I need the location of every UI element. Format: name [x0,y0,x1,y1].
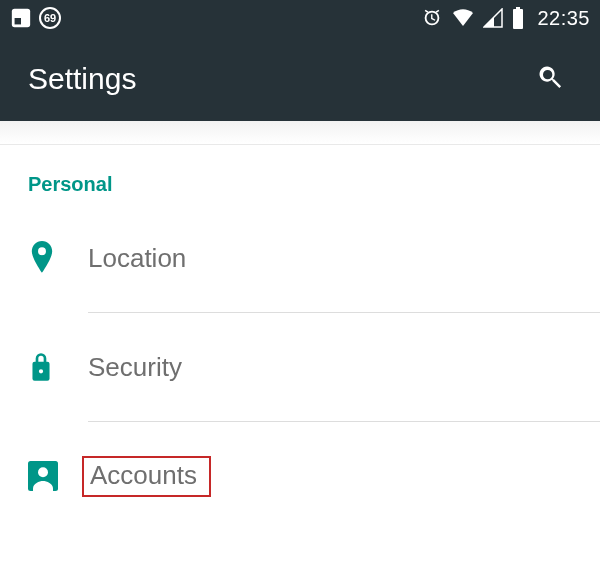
alarm-icon [421,7,443,29]
cellular-signal-icon [483,8,503,28]
search-button[interactable] [528,55,572,102]
settings-item-location[interactable]: Location [0,204,600,312]
person-box-icon [28,461,88,491]
badge-value: 69 [44,12,56,24]
location-pin-icon [28,241,88,275]
settings-item-security[interactable]: Security [0,313,600,421]
settings-item-accounts[interactable]: Accounts [0,422,600,530]
battery-icon [511,7,525,29]
svg-rect-4 [516,7,520,9]
page-title: Settings [28,62,136,96]
svg-point-7 [38,467,48,477]
search-icon [536,63,564,94]
status-bar: 69 22:35 [0,0,600,36]
wifi-icon [451,7,475,29]
badge-notification-icon: 69 [38,6,62,30]
svg-rect-2 [14,11,29,15]
section-header-personal: Personal [0,145,600,204]
status-clock: 22:35 [537,7,590,30]
settings-item-label: Security [88,352,182,383]
app-bar: Settings [0,36,600,121]
svg-rect-5 [513,9,523,29]
calendar-notification-icon [10,7,32,29]
status-bar-left: 69 [10,6,62,30]
settings-item-label: Accounts [90,460,197,490]
lock-icon [28,351,88,383]
settings-list: Location Security Accounts [0,204,600,530]
status-bar-right: 22:35 [421,7,590,30]
appbar-shadow [0,121,600,145]
svg-rect-1 [15,18,21,24]
highlight-box: Accounts [82,456,211,497]
settings-item-label: Location [88,243,186,274]
